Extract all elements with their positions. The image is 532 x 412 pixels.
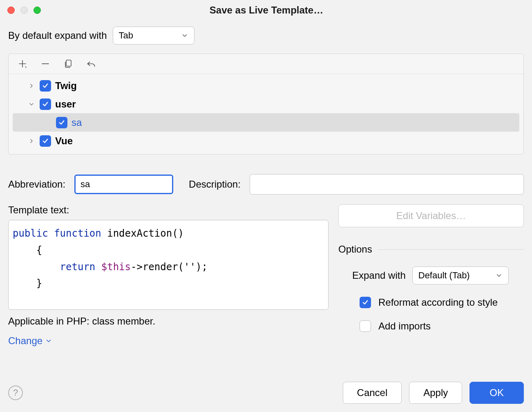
template-left-column: Template text: public function indexActi…	[8, 204, 329, 347]
tree-item-user[interactable]: user	[9, 95, 523, 113]
apply-button[interactable]: Apply	[409, 382, 462, 404]
chevron-down-icon	[28, 101, 35, 107]
code-keyword: return	[60, 261, 96, 273]
expand-default-label: By default expand with	[8, 30, 107, 41]
expand-default-row: By default expand with Tab	[8, 27, 524, 45]
code-variable: $this	[101, 261, 131, 273]
remove-button[interactable]	[40, 58, 51, 69]
template-text-area[interactable]: public function indexAction() { return $…	[8, 220, 329, 310]
add-button[interactable]	[17, 58, 28, 69]
tree-item-sa[interactable]: sa	[13, 113, 519, 132]
expand-with-value: Default (Tab)	[418, 270, 470, 281]
checkbox[interactable]	[40, 135, 51, 147]
dialog-content: By default expand with Tab	[0, 20, 532, 355]
help-button[interactable]: ?	[8, 385, 23, 400]
disclosure-icon[interactable]	[27, 82, 36, 90]
tree-item-label: Twig	[55, 80, 77, 92]
form-section: Abbreviation: Description: Template text…	[8, 174, 524, 347]
traffic-lights	[7, 7, 41, 14]
applicable-text: Applicable in PHP: class member.	[8, 316, 329, 327]
code-text: indexAction()	[107, 228, 184, 239]
dialog-title: Save as Live Template…	[41, 4, 492, 16]
code-text: ->render('');	[131, 261, 208, 273]
divider	[378, 249, 524, 250]
add-imports-label: Add imports	[378, 320, 431, 332]
disclosure-icon[interactable]	[27, 137, 36, 145]
chevron-down-icon	[181, 32, 188, 39]
undo-icon	[86, 58, 96, 69]
add-imports-row: Add imports	[338, 320, 524, 332]
tree-item-vue[interactable]: Vue	[9, 132, 523, 150]
edit-variables-label: Edit Variables…	[396, 210, 466, 222]
check-icon	[42, 82, 49, 90]
copy-icon	[63, 59, 73, 69]
check-icon	[58, 119, 65, 126]
cancel-button[interactable]: Cancel	[343, 382, 402, 404]
template-right-column: Edit Variables… Options Expand with Defa…	[338, 204, 524, 347]
reformat-checkbox[interactable]	[360, 297, 371, 308]
tree-item-twig[interactable]: Twig	[9, 76, 523, 95]
template-split: Template text: public function indexActi…	[8, 204, 524, 347]
expand-default-value: Tab	[119, 30, 133, 41]
close-icon[interactable]	[7, 7, 15, 14]
code-keyword: public	[13, 228, 48, 239]
check-icon	[42, 101, 49, 108]
code-text: }	[36, 278, 42, 289]
cancel-label: Cancel	[357, 387, 388, 399]
maximize-icon[interactable]	[34, 7, 41, 14]
description-input[interactable]	[250, 174, 524, 195]
template-tree: Twig user sa	[9, 74, 523, 154]
reformat-row: Reformat according to style	[338, 297, 524, 308]
minus-icon	[40, 58, 51, 69]
template-tree-panel: Twig user sa	[8, 54, 524, 154]
tree-item-label: Vue	[55, 135, 73, 147]
edit-variables-button[interactable]: Edit Variables…	[338, 204, 524, 227]
tree-item-label: sa	[72, 117, 82, 128]
tree-item-label: user	[55, 99, 76, 110]
change-link[interactable]: Change	[8, 335, 329, 347]
description-label: Description:	[189, 179, 241, 190]
svg-rect-0	[66, 60, 71, 66]
copy-button[interactable]	[63, 58, 74, 69]
expand-default-select[interactable]: Tab	[113, 27, 194, 45]
disclosure-icon[interactable]	[27, 100, 36, 108]
apply-label: Apply	[423, 387, 448, 399]
options-label: Options	[338, 244, 372, 255]
reformat-label: Reformat according to style	[378, 297, 498, 308]
abbrev-desc-row: Abbreviation: Description:	[8, 174, 524, 195]
chevron-right-icon	[28, 138, 35, 144]
expand-with-select[interactable]: Default (Tab)	[412, 266, 509, 284]
expand-with-label: Expand with	[352, 270, 406, 281]
checkbox[interactable]	[40, 99, 51, 110]
plus-icon	[17, 58, 28, 69]
abbreviation-label: Abbreviation:	[8, 179, 65, 190]
check-icon	[42, 137, 49, 145]
title-bar: Save as Live Template…	[0, 0, 532, 20]
code-text: {	[36, 244, 42, 256]
add-imports-checkbox[interactable]	[360, 320, 371, 332]
help-icon: ?	[13, 387, 18, 398]
check-icon	[362, 299, 369, 306]
abbreviation-input[interactable]	[74, 175, 173, 194]
tree-toolbar	[9, 54, 523, 74]
dialog-footer: ? Cancel Apply OK	[8, 382, 524, 404]
chevron-down-icon	[45, 337, 52, 345]
template-text-label: Template text:	[8, 204, 329, 216]
code-keyword: function	[54, 228, 101, 239]
change-label: Change	[8, 335, 42, 347]
checkbox[interactable]	[40, 80, 51, 92]
chevron-right-icon	[28, 83, 35, 89]
options-header: Options	[338, 244, 524, 255]
expand-with-row: Expand with Default (Tab)	[338, 266, 524, 284]
revert-button[interactable]	[85, 58, 97, 69]
dialog-window: Save as Live Template… By default expand…	[0, 0, 532, 412]
ok-button[interactable]: OK	[469, 382, 524, 404]
chevron-down-icon	[495, 272, 503, 279]
ok-label: OK	[490, 387, 504, 399]
minimize-icon[interactable]	[20, 7, 28, 14]
checkbox[interactable]	[56, 117, 67, 128]
